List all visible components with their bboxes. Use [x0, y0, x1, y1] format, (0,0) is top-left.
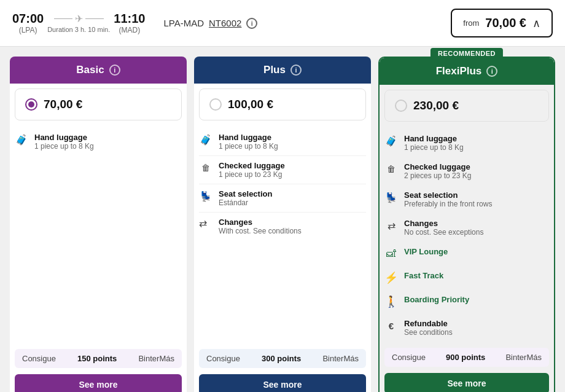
plus-hand-luggage: 🧳 Hand luggage 1 piece up to 8 Kg [199, 128, 366, 156]
flexi-changes-icon: ⇄ [384, 219, 398, 232]
flexi-seat: 💺 Seat selection Preferably in the front… [384, 186, 549, 214]
basic-points-brand: BinterMás [138, 354, 174, 363]
flight-header: 07:00 (LPA) ✈ Duration 3 h. 10 min. 11:1… [0, 0, 565, 47]
flight-info-icon[interactable]: i [246, 18, 257, 29]
plus-fare-card: Plus i 100,00 € 🧳 Hand luggage 1 piece u… [194, 57, 371, 392]
basic-hand-luggage-subtitle: 1 piece up to 8 Kg [34, 142, 94, 151]
flexi-seat-title: Seat selection [404, 190, 492, 200]
flexiplus-info-icon[interactable]: i [486, 66, 497, 77]
price-from-label: from [463, 18, 479, 28]
basic-features: 🧳 Hand luggage 1 piece up to 8 Kg [10, 125, 187, 345]
boarding-priority-icon: 🚶 [384, 295, 398, 308]
seat-icon: 💺 [199, 189, 212, 203]
duration-block: ✈ Duration 3 h. 10 min. [47, 13, 110, 33]
flexiplus-wrapper: RECOMMENDED FlexiPlus i 230,00 € 🧳 Hand … [378, 57, 555, 392]
refundable-icon: € [384, 319, 398, 332]
flexi-refundable-title: Refundable [404, 319, 453, 328]
flexi-vip-lounge: 🛋 VIP Lounge [384, 242, 549, 266]
flexi-points-row: Consigue 900 points BinterMás [384, 348, 549, 367]
flexi-fast-track-title: Fast Track [404, 271, 443, 280]
basic-points-row: Consigue 150 points BinterMás [15, 349, 182, 368]
flexi-points-bold: 900 points [446, 353, 485, 362]
depart-airport: (LPA) [12, 26, 44, 34]
basic-radio[interactable] [25, 98, 37, 111]
basic-price: 70,00 € [44, 98, 82, 111]
basic-price-box[interactable]: 70,00 € [15, 88, 182, 120]
basic-points-bold: 150 points [77, 354, 117, 363]
flexi-refundable-subtitle: See conditions [404, 328, 453, 337]
flexiplus-card: FlexiPlus i 230,00 € 🧳 Hand luggage 1 pi… [378, 57, 555, 392]
flight-info: 07:00 (LPA) ✈ Duration 3 h. 10 min. 11:1… [12, 12, 257, 34]
plane-icon: ✈ [75, 13, 83, 25]
plus-info-icon[interactable]: i [290, 65, 302, 76]
plus-checked-luggage: 🗑 Checked luggage 1 piece up to 23 Kg [199, 156, 366, 184]
duration-text: Duration 3 h. 10 min. [47, 26, 110, 33]
route-info: LPA-MAD NT6002 i [163, 18, 257, 29]
flexi-checked-title: Checked luggage [404, 162, 471, 171]
route-text: LPA-MAD [163, 18, 204, 28]
flexiplus-radio[interactable] [395, 100, 407, 112]
flexiplus-features: 🧳 Hand luggage 1 piece up to 8 Kg 🗑 Chec… [380, 127, 554, 344]
flexi-checked-luggage: 🗑 Checked luggage 2 pieces up to 23 Kg [384, 157, 549, 186]
flexi-fast-track: ⚡ Fast Track [384, 266, 549, 290]
flexi-boarding-title: Boarding Priority [404, 295, 469, 304]
plus-price-box[interactable]: 100,00 € [199, 88, 366, 120]
arrive-block: 11:10 (MAD) [114, 12, 145, 34]
vip-lounge-icon: 🛋 [384, 247, 398, 261]
flexi-seat-subtitle: Preferably in the front rows [404, 200, 492, 208]
basic-hand-luggage-title: Hand luggage [34, 133, 94, 142]
fast-track-icon: ⚡ [384, 271, 398, 284]
price-amount: 70,00 € [485, 16, 526, 30]
plus-fare-title: Plus [263, 64, 286, 76]
flexi-hand-luggage-subtitle: 1 piece up to 8 Kg [404, 143, 464, 152]
flight-code[interactable]: NT6002 [209, 18, 241, 28]
basic-see-more-button[interactable]: See more [15, 374, 182, 392]
flexi-changes-title: Changes [404, 219, 483, 228]
plus-checked-luggage-title: Checked luggage [219, 161, 285, 170]
arrive-time: 11:10 [114, 12, 145, 26]
flexi-vip-title: VIP Lounge [404, 247, 448, 256]
luggage-icon: 🧳 [15, 133, 28, 146]
fare-options: Basic i 70,00 € 🧳 Hand luggage 1 piece u… [0, 47, 565, 392]
plus-hand-luggage-subtitle: 1 piece up to 8 Kg [219, 142, 278, 151]
flexiplus-see-more-button[interactable]: See more [384, 373, 549, 392]
duration-line: ✈ [54, 13, 104, 25]
plus-changes: ⇄ Changes With cost. See conditions [199, 213, 366, 240]
plus-radio[interactable] [209, 98, 222, 111]
flexiplus-fare-header: FlexiPlus i [380, 58, 554, 85]
flexi-checked-subtitle: 2 pieces up to 23 Kg [404, 171, 471, 180]
plus-points-text: Consigue [206, 354, 240, 363]
plus-changes-title: Changes [219, 218, 302, 227]
plus-seat-subtitle: Estándar [219, 198, 272, 207]
recommended-badge: RECOMMENDED [431, 48, 503, 59]
depart-block: 07:00 (LPA) [12, 12, 44, 34]
hand-luggage-icon: 🧳 [199, 133, 212, 146]
plus-points-brand: BinterMás [322, 354, 359, 363]
depart-time: 07:00 [12, 12, 44, 26]
plus-seat-selection: 💺 Seat selection Estándar [199, 184, 366, 213]
plus-points-bold: 300 points [262, 354, 301, 363]
flight-times: 07:00 (LPA) ✈ Duration 3 h. 10 min. 11:1… [12, 12, 145, 34]
flexiplus-fare-title: FlexiPlus [436, 65, 482, 77]
basic-info-icon[interactable]: i [109, 65, 120, 76]
plus-points-row: Consigue 300 points BinterMás [199, 349, 366, 368]
flexi-hand-luggage: 🧳 Hand luggage 1 piece up to 8 Kg [384, 129, 549, 157]
flexiplus-price: 230,00 € [413, 99, 459, 112]
flexi-boarding-priority: 🚶 Boarding Priority [384, 290, 549, 314]
basic-fare-header: Basic i [10, 57, 187, 84]
plus-checked-luggage-subtitle: 1 piece up to 23 Kg [219, 170, 285, 179]
flexi-hand-luggage-title: Hand luggage [404, 134, 464, 143]
flexi-checked-icon: 🗑 [384, 162, 398, 176]
basic-points-text: Consigue [22, 354, 56, 363]
plus-see-more-button[interactable]: See more [199, 374, 366, 392]
chevron-up-icon: ∧ [532, 17, 540, 30]
basic-fare-title: Basic [76, 64, 104, 76]
flexi-changes-subtitle: No cost. See exceptions [404, 228, 483, 237]
price-button[interactable]: from 70,00 € ∧ [451, 9, 553, 37]
arrive-airport: (MAD) [114, 26, 145, 34]
flexi-changes: ⇄ Changes No cost. See exceptions [384, 214, 549, 242]
plus-fare-header: Plus i [194, 57, 371, 84]
flexi-points-brand: BinterMás [505, 353, 542, 362]
basic-hand-luggage: 🧳 Hand luggage 1 piece up to 8 Kg [15, 128, 182, 155]
flexiplus-price-box[interactable]: 230,00 € [384, 90, 549, 122]
